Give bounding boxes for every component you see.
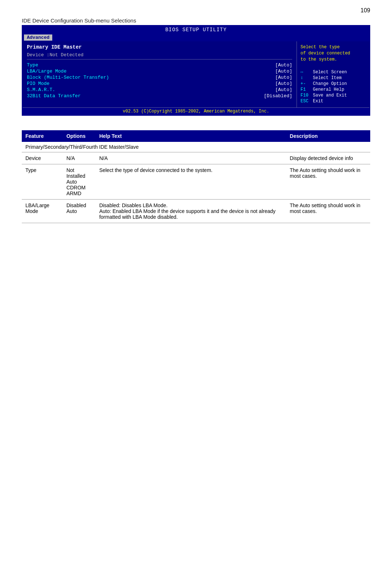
bios-item-value: [Auto]	[275, 75, 292, 80]
bios-keys-list: ↔Select Screen↕Select Item+-Change Optio…	[301, 70, 366, 104]
bios-item: Type[Auto]	[27, 62, 292, 68]
bios-content: Primary IDE Master Device :Not Detected …	[23, 41, 369, 107]
bios-key-desc: Select Screen	[313, 70, 347, 75]
bios-key-row: F10Save and Exit	[301, 93, 366, 98]
bios-right-panel: Select the type of device connected to t…	[297, 41, 369, 107]
bios-item-label: LBA/Large Mode	[27, 69, 66, 74]
cell-helptext: Select the type of device connected to t…	[95, 164, 286, 200]
bios-item-value: [Auto]	[275, 81, 292, 86]
table-row: TypeNot Installed Auto CDROM ARMDSelect …	[22, 164, 370, 200]
bios-key-desc: Select Item	[313, 75, 342, 81]
bios-key-sym: ESC	[301, 99, 311, 104]
cell-options: Disabled Auto	[63, 200, 96, 223]
table-section: Feature Options Help Text Description Pr…	[22, 130, 370, 223]
bios-key-sym: +-	[301, 81, 311, 86]
bios-items-list: Type[Auto]LBA/Large Mode[Auto]Block (Mul…	[27, 62, 292, 99]
bios-key-sym: F1	[301, 87, 311, 92]
bios-box: BIOS SETUP UTILITY Advanced Primary IDE …	[22, 25, 370, 116]
cell-options: Not Installed Auto CDROM ARMD	[63, 164, 96, 200]
col-helptext: Help Text	[95, 130, 286, 142]
bios-item: Block (Multi-Sector Transfer)[Auto]	[27, 75, 292, 80]
page-number: 109	[22, 7, 370, 14]
cell-description: Display detected device info	[286, 152, 370, 164]
bios-item: PIO Mode[Auto]	[27, 81, 292, 86]
bios-key-desc: Exit	[313, 99, 323, 104]
bios-key-desc: General Help	[313, 87, 344, 92]
bios-key-row: +-Change Option	[301, 81, 366, 86]
bios-item-label: S.M.A.R.T.	[27, 87, 55, 93]
bios-item-value: [Auto]	[275, 62, 292, 68]
bios-primary-title: Primary IDE Master	[27, 44, 292, 50]
feature-table: Feature Options Help Text Description Pr…	[22, 130, 370, 223]
bios-left-panel: Primary IDE Master Device :Not Detected …	[23, 41, 297, 107]
bios-item-label: Block (Multi-Sector Transfer)	[27, 75, 109, 80]
bios-key-row: ↔Select Screen	[301, 70, 366, 75]
cell-feature: Type	[22, 164, 63, 200]
cell-options: N/A	[63, 152, 96, 164]
bios-item-value: [Disabled]	[264, 93, 292, 99]
bios-key-sym: F10	[301, 93, 311, 98]
bios-key-desc: Change Option	[313, 81, 347, 86]
bios-key-sym: ↕	[301, 75, 311, 81]
bios-tab-advanced[interactable]: Advanced	[24, 34, 52, 41]
bios-item-label: Type	[27, 62, 38, 68]
table-header-row: Feature Options Help Text Description	[22, 130, 370, 142]
bios-item-value: [Auto]	[275, 87, 292, 93]
bios-key-row: ESCExit	[301, 99, 366, 104]
bios-item: 32Bit Data Transfer[Disabled]	[27, 93, 292, 99]
bios-tab-bar: Advanced	[23, 34, 369, 41]
bios-title: BIOS SETUP UTILITY	[23, 26, 369, 34]
bios-key-desc: Save and Exit	[313, 93, 347, 98]
table-subheader-row: Primary/Secondary/Third/Fourth IDE Maste…	[22, 142, 370, 152]
cell-feature: Device	[22, 152, 63, 164]
table-row: DeviceN/AN/ADisplay detected device info	[22, 152, 370, 164]
cell-helptext: Disabled: Disables LBA Mode. Auto: Enabl…	[95, 200, 286, 223]
bios-key-sym: ↔	[301, 70, 311, 75]
col-description: Description	[286, 130, 370, 142]
bios-item: LBA/Large Mode[Auto]	[27, 69, 292, 74]
bios-key-row: ↕Select Item	[301, 75, 366, 81]
bios-item-label: 32Bit Data Transfer	[27, 93, 81, 99]
cell-description: The Auto setting should work in most cas…	[286, 200, 370, 223]
cell-helptext: N/A	[95, 152, 286, 164]
cell-feature: LBA/Large Mode	[22, 200, 63, 223]
col-feature: Feature	[22, 130, 63, 142]
bios-key-row: F1General Help	[301, 87, 366, 92]
bios-item: S.M.A.R.T.[Auto]	[27, 87, 292, 93]
cell-description: The Auto setting should work in most cas…	[286, 164, 370, 200]
table-subheader-cell: Primary/Secondary/Third/Fourth IDE Maste…	[22, 142, 370, 152]
col-options: Options	[63, 130, 96, 142]
bios-help-text: Select the type of device connected to t…	[301, 44, 366, 62]
bios-device-line: Device :Not Detected	[27, 52, 292, 60]
bios-footer: v02.53 (C)Copyright 1985-2002, American …	[23, 107, 369, 115]
table-row: LBA/Large ModeDisabled AutoDisabled: Dis…	[22, 200, 370, 223]
section-title: IDE Device Configuration Sub-menu Select…	[22, 17, 370, 24]
bios-item-label: PIO Mode	[27, 81, 49, 86]
bios-item-value: [Auto]	[275, 69, 292, 74]
